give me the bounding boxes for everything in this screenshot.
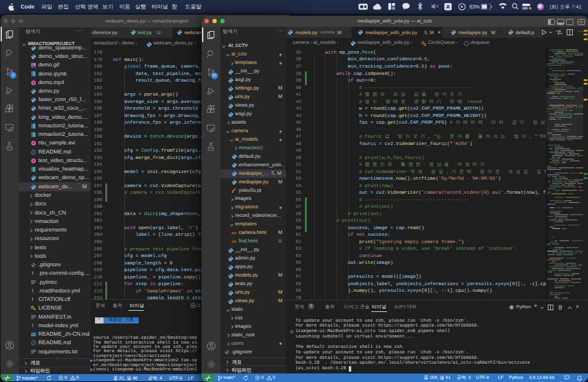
svg-text:A: A: [446, 4, 450, 10]
